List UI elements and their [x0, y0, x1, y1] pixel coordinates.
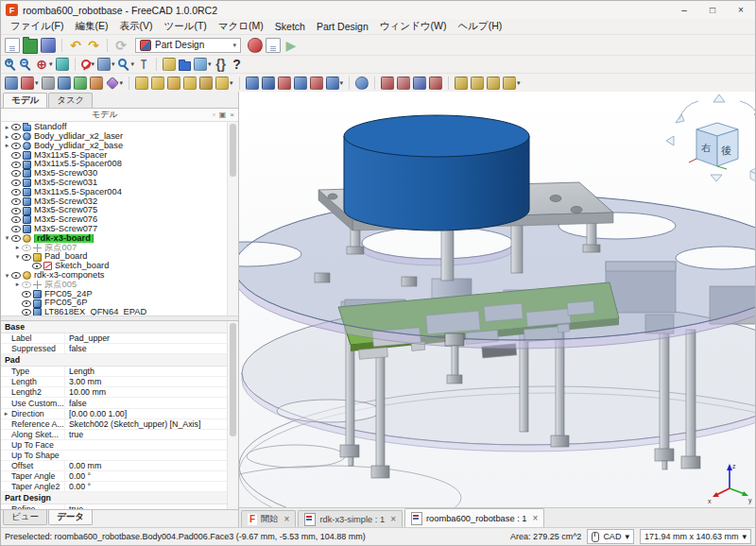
menu-item-6[interactable]: Sketch — [269, 21, 311, 32]
expression-icon[interactable]: {} — [215, 58, 228, 71]
menu-item-3[interactable]: 表示(V) — [113, 20, 158, 33]
property-value[interactable]: 0.00 ° — [64, 482, 228, 491]
pocket-icon[interactable] — [246, 77, 259, 90]
property-row[interactable]: Taper Angle20.00 ° — [1, 482, 228, 492]
create-body-icon[interactable] — [5, 77, 18, 90]
new-file-icon[interactable] — [5, 38, 20, 53]
visibility-eye-icon[interactable] — [11, 197, 21, 206]
group-icon[interactable] — [179, 59, 191, 71]
subtractive-primitive-icon[interactable]: ▾ — [326, 77, 344, 90]
fit-all-icon[interactable]: ⊕▾ — [35, 58, 53, 71]
menu-item-9[interactable]: ヘルプ(H) — [452, 20, 507, 33]
tree-item[interactable]: ▾Pad_board — [1, 252, 228, 262]
document-tab-2[interactable]: rdk-x3-simple : 1× — [298, 510, 403, 527]
property-row[interactable]: Length3.00 mm — [1, 377, 228, 387]
maximize-button[interactable]: □ — [698, 1, 727, 19]
property-row[interactable]: Suppressedfalse — [1, 344, 228, 354]
shape-binder-icon[interactable] — [74, 77, 87, 90]
tree-item[interactable]: Sketch_board — [1, 262, 228, 271]
visibility-eye-icon[interactable] — [22, 290, 31, 299]
additive-loft-icon[interactable] — [167, 77, 180, 90]
visibility-eye-icon[interactable] — [11, 225, 21, 233]
macro-record-icon[interactable] — [248, 38, 263, 53]
visibility-eye-icon[interactable] — [22, 281, 31, 289]
tab-combo-view-1[interactable]: モデル — [3, 93, 47, 108]
open-file-icon[interactable] — [23, 36, 38, 54]
make-link-icon[interactable]: ▾ — [194, 58, 212, 71]
document-tab-3[interactable]: roomba600_robotbase : 1× — [404, 508, 544, 527]
visibility-eye-icon[interactable] — [32, 262, 42, 270]
draft-icon[interactable] — [397, 77, 410, 90]
visibility-eye-icon[interactable] — [11, 132, 21, 141]
tab-property-1[interactable]: ビュー — [3, 510, 47, 525]
props-scrollbar[interactable] — [227, 321, 238, 509]
create-sketch-icon[interactable]: ▾ — [21, 77, 39, 90]
visibility-eye-icon[interactable] — [11, 207, 21, 215]
restore-icon[interactable]: ▫ — [213, 111, 215, 119]
subtractive-loft-icon[interactable] — [294, 77, 307, 90]
property-row[interactable]: Reference A...Sketch002 (Sketch_upper) [… — [1, 419, 228, 430]
tree-item[interactable]: ▸原点005 — [1, 281, 228, 290]
document-tab-1[interactable]: F開始× — [241, 510, 296, 527]
tree-item[interactable]: ▸原点007 — [1, 243, 228, 252]
tree-expander-icon[interactable]: ▸ — [13, 244, 22, 251]
visibility-eye-icon[interactable] — [22, 308, 31, 316]
whats-this-icon[interactable]: ? — [231, 58, 244, 71]
property-value[interactable]: true — [64, 504, 228, 509]
property-value[interactable]: false — [64, 344, 228, 353]
menu-item-4[interactable]: ツール(T) — [158, 20, 212, 33]
visibility-eye-icon[interactable] — [22, 244, 31, 252]
menu-item-5[interactable]: マクロ(M) — [213, 20, 269, 33]
edit-sketch-icon[interactable] — [42, 77, 55, 90]
thickness-icon[interactable] — [413, 77, 426, 90]
tree-item[interactable]: FPC05_24P — [1, 289, 228, 299]
groove-icon[interactable] — [278, 77, 291, 90]
zoom-in-icon[interactable]: + — [5, 59, 17, 71]
mirrored-icon[interactable] — [429, 77, 442, 90]
menu-item-2[interactable]: 編集(E) — [69, 20, 113, 33]
property-value[interactable]: 0.00 ° — [64, 471, 228, 481]
zoom-region-icon[interactable]: ▾ — [118, 59, 135, 71]
tree-item[interactable]: ▾rdk-x3-board — [1, 234, 228, 244]
tab-property-2[interactable]: データ — [48, 510, 93, 525]
property-row[interactable]: Refinetrue — [1, 504, 228, 509]
property-value[interactable]: true — [64, 430, 228, 439]
navcube-mini-cube[interactable] — [750, 168, 755, 181]
property-row[interactable]: Taper Angle0.00 ° — [1, 471, 228, 482]
tree-expander-icon[interactable]: ▾ — [3, 272, 11, 280]
tree-item[interactable]: M3x5-Screw075 — [1, 206, 228, 215]
tree-scrollbar[interactable] — [227, 122, 238, 316]
property-row[interactable]: TypeLength — [1, 367, 228, 377]
tree-expander-icon[interactable]: ▾ — [3, 234, 11, 242]
tree-expander-icon[interactable]: ▸ — [13, 281, 22, 288]
tree-item[interactable]: M3x5-Screw076 — [1, 215, 228, 225]
clone-icon[interactable] — [90, 77, 103, 90]
property-row[interactable]: Up To Face — [1, 440, 228, 451]
tree-item[interactable]: M3x11x5.5-Spacer008 — [1, 160, 228, 169]
property-row[interactable]: ▸Direction[0.00 0.00 1.00] — [1, 409, 228, 419]
view-size-selector[interactable]: 171.94 mm x 140.63 mm ▾ — [640, 529, 751, 544]
property-value[interactable]: Sketch002 (Sketch_upper) [N_Axis] — [64, 419, 228, 429]
undo-icon[interactable]: ↶ — [68, 38, 83, 53]
boolean-compound-icon[interactable]: ▾ — [503, 77, 521, 90]
isometric-view-icon[interactable]: ▾ — [97, 58, 115, 71]
property-row[interactable]: Up To Shape — [1, 451, 228, 461]
property-group-header[interactable]: Base — [1, 321, 228, 333]
revolution-icon[interactable] — [151, 77, 164, 90]
save-file-icon[interactable] — [41, 38, 56, 53]
tree-expander-icon[interactable]: ▸ — [3, 133, 11, 141]
tree-item[interactable]: ▾rdk-x3-componets — [1, 271, 228, 281]
visibility-eye-icon[interactable] — [11, 169, 21, 178]
redo-icon[interactable]: ↷ — [86, 38, 101, 53]
property-value[interactable]: 0.00 mm — [64, 461, 228, 470]
visibility-eye-icon[interactable] — [22, 253, 31, 262]
clipping-plane-icon[interactable]: ▾ — [81, 60, 95, 69]
tree-item[interactable]: M3x5-Screw031 — [1, 179, 228, 188]
menu-item-7[interactable]: Part Design — [311, 21, 374, 32]
property-value[interactable]: [0.00 0.00 1.00] — [64, 409, 228, 418]
map-sketch-icon[interactable] — [58, 77, 71, 90]
minimize-button[interactable]: – — [670, 1, 698, 19]
property-group-header[interactable]: Part Design — [1, 492, 228, 504]
property-row[interactable]: LabelPad_upper — [1, 333, 228, 344]
zoom-out-icon[interactable]: − — [20, 59, 32, 71]
